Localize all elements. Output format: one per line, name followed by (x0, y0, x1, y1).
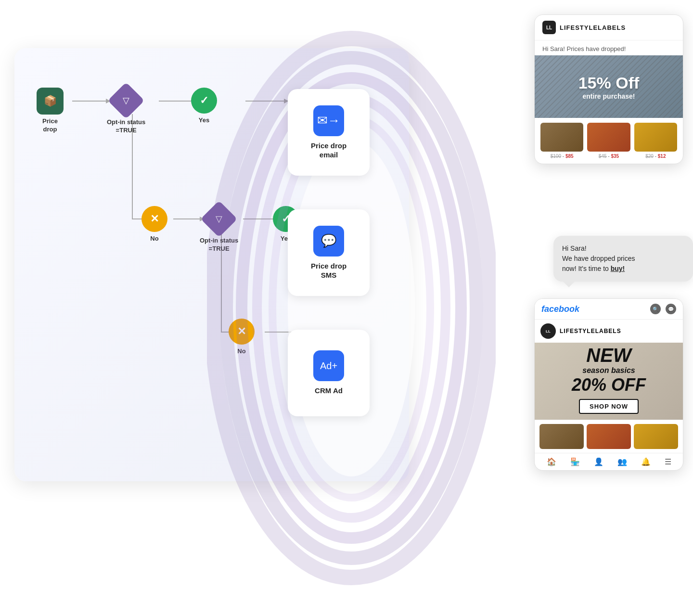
fb-ad-new: NEW (586, 345, 631, 366)
product-skirt-img (587, 123, 630, 152)
email-icon: ✉→ (313, 105, 344, 136)
product-1-price: $100 - $85 (551, 154, 574, 159)
no2-label: No (237, 347, 245, 356)
fb-ad-image: NEW season basics 20% OFF SHOP NOW (535, 343, 683, 420)
product-1-new-price: $85 (565, 154, 574, 159)
fb-shop-now-button[interactable]: SHOP NOW (579, 399, 639, 414)
sms-bubble: Hi Sara! We have dropped prices now! It'… (553, 236, 693, 282)
fb-nav-menu-icon[interactable]: ☰ (665, 457, 671, 466)
fb-products (535, 420, 683, 453)
fb-ad-season: season basics (582, 366, 635, 375)
fb-nav-bell-icon[interactable]: 🔔 (641, 457, 651, 466)
email-product-1: $100 - $85 (540, 123, 583, 159)
filter1-label: Opt-in status =TRUE (107, 118, 145, 135)
sms-icon: 💬 (313, 226, 344, 257)
fb-header: facebook 🔍 💬 (535, 299, 683, 320)
facebook-preview-card: facebook 🔍 💬 LL LIFESTYLELABELS NEW seas… (534, 298, 683, 471)
filter2-label: Opt-in status =TRUE (200, 237, 238, 253)
email-hero: 15% Off entire purchase! (535, 55, 683, 118)
email-products: $100 - $85 $45 - $35 $20 - $12 (535, 118, 683, 164)
email-preview-card: LL LIFESTYLELABELS Hi Sara! Prices have … (534, 14, 683, 164)
sms-line2: We have dropped prices (562, 255, 635, 262)
no1-label: No (150, 235, 158, 243)
fb-product-shoes (539, 424, 584, 449)
product-2-old-price: $45 (599, 154, 607, 159)
email-product-3: $20 - $12 (634, 123, 677, 159)
product-2-price: $45 - $35 (599, 154, 619, 159)
no1-node[interactable]: ✕ No (141, 206, 167, 243)
crm-ad-card[interactable]: Ad+ CRM Ad (288, 330, 370, 416)
email-product-2: $45 - $35 (587, 123, 630, 159)
fb-ad-off: 20% OFF (572, 375, 646, 395)
email-logo: LL (542, 21, 556, 34)
fb-nav-profile-icon[interactable]: 👤 (594, 457, 603, 466)
fb-nav-friends-icon[interactable]: 👥 (617, 457, 627, 466)
fb-search-icon: 🔍 (650, 304, 661, 314)
email-action-label: Price drop email (311, 141, 346, 160)
product-hat-img (634, 123, 677, 152)
trigger-icon: 📦 (37, 88, 64, 115)
trigger-label: Price drop (42, 117, 58, 134)
sms-line1: Hi Sara! (562, 244, 587, 252)
no1-circle: ✕ (141, 206, 167, 232)
yes1-node[interactable]: ✓ Yes (191, 88, 217, 125)
crm-action-label: CRM Ad (315, 386, 343, 396)
no2-node[interactable]: ✕ No (229, 319, 255, 356)
filter1-node[interactable]: ▽ Opt-in status =TRUE (107, 88, 145, 135)
email-hero-discount: 15% Off (578, 74, 640, 92)
fb-product-hat (634, 424, 678, 449)
sms-action-label: Price drop SMS (311, 261, 346, 280)
product-shoes-img (540, 123, 583, 152)
yes1-circle: ✓ (191, 88, 217, 114)
fb-post-brand: LIFESTYLELABELS (560, 328, 621, 334)
trigger-node[interactable]: 📦 Price drop (37, 88, 64, 134)
product-3-old-price: $20 (645, 154, 654, 159)
fb-messenger-icon: 💬 (666, 304, 676, 314)
yes1-label: Yes (199, 116, 209, 125)
no2-circle: ✕ (229, 319, 255, 345)
fb-header-icons: 🔍 💬 (650, 304, 676, 314)
price-drop-email-card[interactable]: ✉→ Price drop email (288, 89, 370, 176)
product-2-new-price: $35 (611, 154, 619, 159)
fb-avatar: LL (540, 323, 556, 339)
email-header: LL LIFESTYLELABELS (535, 15, 683, 40)
price-drop-sms-card[interactable]: 💬 Price drop SMS (288, 209, 370, 296)
product-1-old-price: $100 (551, 154, 561, 159)
fb-nav-shop-icon[interactable]: 🏪 (570, 457, 580, 466)
fb-post-header: LL LIFESTYLELABELS (535, 320, 683, 343)
fb-product-skirt (587, 424, 631, 449)
sms-line3: now! It's time to buy! (562, 265, 625, 272)
fb-nav-home-icon[interactable]: 🏠 (547, 457, 556, 466)
product-3-new-price: $12 (658, 154, 666, 159)
filter2-node[interactable]: ▽ Opt-in status =TRUE (200, 206, 238, 253)
fb-navigation: 🏠 🏪 👤 👥 🔔 ☰ (535, 453, 683, 470)
email-brand-name: LIFESTYLELABELS (560, 24, 626, 31)
crm-icon: Ad+ (313, 350, 344, 381)
filter2-icon: ▽ (201, 201, 237, 237)
email-greeting: Hi Sara! Prices have dropped! (535, 40, 683, 55)
fb-logo: facebook (541, 304, 579, 314)
product-3-price: $20 - $12 (645, 154, 666, 159)
filter1-icon: ▽ (108, 82, 144, 119)
email-hero-subtitle: entire purchase! (583, 92, 635, 100)
sms-cta: buy! (611, 265, 625, 272)
